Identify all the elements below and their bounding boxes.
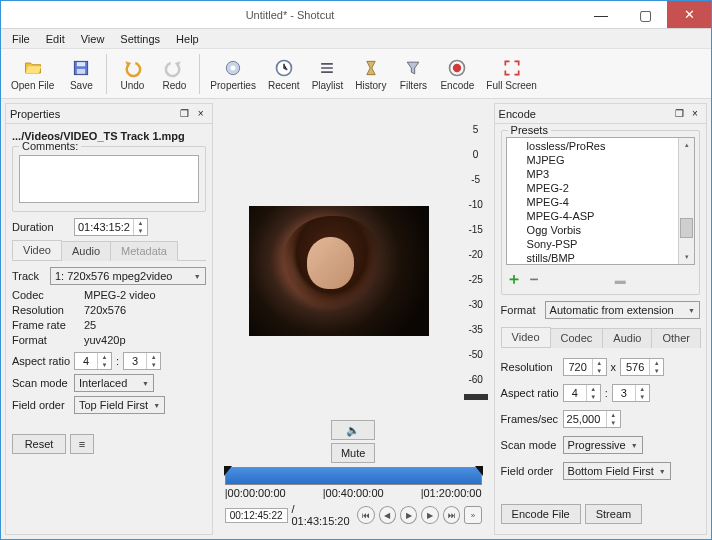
grip-icon: ▬ bbox=[546, 274, 695, 286]
enc-tab-audio[interactable]: Audio bbox=[602, 328, 652, 348]
fullscreen-icon bbox=[501, 57, 523, 79]
list-icon bbox=[316, 57, 338, 79]
menu-help[interactable]: Help bbox=[169, 31, 206, 47]
enc-tab-video[interactable]: Video bbox=[501, 327, 551, 347]
skip-end-button[interactable]: ⏭ bbox=[443, 506, 460, 524]
undock-icon[interactable]: ❐ bbox=[178, 107, 192, 121]
properties-panel: Properties ❐ × .../Videos/VIDEO_TS Track… bbox=[5, 103, 213, 535]
tab-metadata[interactable]: Metadata bbox=[110, 241, 178, 261]
duration-label: Duration bbox=[12, 221, 70, 233]
skip-start-button[interactable]: ⏮ bbox=[357, 506, 374, 524]
comments-label: Comments: bbox=[19, 140, 81, 152]
comments-input[interactable] bbox=[19, 155, 199, 203]
save-button[interactable]: Save bbox=[62, 55, 100, 93]
menu-settings[interactable]: Settings bbox=[113, 31, 167, 47]
gear-icon bbox=[222, 57, 244, 79]
mute-button[interactable]: Mute bbox=[331, 443, 375, 463]
enc-tab-codec[interactable]: Codec bbox=[550, 328, 604, 348]
recent-button[interactable]: Recent bbox=[264, 55, 304, 93]
resolution-value: 720x576 bbox=[84, 304, 126, 316]
preset-item[interactable]: lossless/ProRes bbox=[507, 139, 678, 153]
fps-spinner[interactable]: ▲▼ bbox=[563, 410, 621, 428]
timecode-input[interactable]: 00:12:45:22 bbox=[225, 508, 288, 523]
preset-item[interactable]: MPEG-2 bbox=[507, 181, 678, 195]
prev-frame-button[interactable]: ◀ bbox=[379, 506, 396, 524]
redo-button[interactable]: Redo bbox=[155, 55, 193, 93]
encode-file-button[interactable]: Encode File bbox=[501, 504, 581, 524]
enc-aspect-a[interactable]: ▲▼ bbox=[563, 384, 601, 402]
undo-button[interactable]: Undo bbox=[113, 55, 151, 93]
tab-video[interactable]: Video bbox=[12, 240, 62, 260]
clock-icon bbox=[273, 57, 295, 79]
enc-scan-select[interactable]: Progressive bbox=[563, 436, 643, 454]
format-value: yuv420p bbox=[84, 334, 126, 346]
track-select[interactable]: 1: 720x576 mpeg2video bbox=[50, 267, 206, 285]
meter-icon bbox=[464, 394, 488, 400]
fullscreen-button[interactable]: Full Screen bbox=[482, 55, 541, 93]
video-preview[interactable] bbox=[249, 206, 429, 336]
reset-button[interactable]: Reset bbox=[12, 434, 66, 454]
svg-point-4 bbox=[231, 65, 236, 70]
close-encode-icon[interactable]: × bbox=[688, 107, 702, 121]
playlist-button[interactable]: Playlist bbox=[308, 55, 348, 93]
menu-edit[interactable]: Edit bbox=[39, 31, 72, 47]
hourglass-icon bbox=[360, 57, 382, 79]
presets-list[interactable]: lossless/ProRes MJPEG MP3 MPEG-2 MPEG-4 … bbox=[506, 137, 695, 265]
preset-item[interactable]: MPEG-4-ASP bbox=[507, 209, 678, 223]
tab-audio[interactable]: Audio bbox=[61, 241, 111, 261]
enc-tab-other[interactable]: Other bbox=[651, 328, 701, 348]
add-preset-button[interactable]: ＋ bbox=[506, 269, 522, 290]
codec-value: MPEG-2 video bbox=[84, 289, 156, 301]
funnel-icon bbox=[402, 57, 424, 79]
properties-title: Properties bbox=[10, 108, 176, 120]
window-title: Untitled* - Shotcut bbox=[1, 9, 579, 21]
menu-view[interactable]: View bbox=[74, 31, 112, 47]
preset-item[interactable]: MP3 bbox=[507, 167, 678, 181]
encode-button[interactable]: Encode bbox=[436, 55, 478, 93]
duration-spinner[interactable]: ▲▼ bbox=[74, 218, 148, 236]
speaker-icon: 🔈 bbox=[346, 424, 360, 437]
preset-item[interactable]: Sony-PSP bbox=[507, 237, 678, 251]
svg-rect-1 bbox=[77, 62, 85, 66]
svg-point-7 bbox=[453, 63, 461, 71]
aspect-a-spinner[interactable]: ▲▼ bbox=[74, 352, 112, 370]
close-button[interactable]: ✕ bbox=[667, 1, 711, 28]
svg-rect-2 bbox=[77, 68, 85, 73]
format-select[interactable]: Automatic from extension bbox=[545, 301, 700, 319]
filters-button[interactable]: Filters bbox=[394, 55, 432, 93]
preset-item[interactable]: MPEG-4 bbox=[507, 195, 678, 209]
res-h-spinner[interactable]: ▲▼ bbox=[620, 358, 664, 376]
history-button[interactable]: History bbox=[351, 55, 390, 93]
preset-item[interactable]: MJPEG bbox=[507, 153, 678, 167]
stream-button[interactable]: Stream bbox=[585, 504, 642, 524]
enc-aspect-b[interactable]: ▲▼ bbox=[612, 384, 650, 402]
minimize-button[interactable]: — bbox=[579, 1, 623, 28]
play-button[interactable]: ▶ bbox=[400, 506, 417, 524]
menu-button[interactable]: ≡ bbox=[70, 434, 94, 454]
preset-item[interactable]: Ogg Vorbis bbox=[507, 223, 678, 237]
aspect-b-spinner[interactable]: ▲▼ bbox=[123, 352, 161, 370]
menubar: File Edit View Settings Help bbox=[1, 29, 711, 49]
folder-open-icon bbox=[22, 57, 44, 79]
field-order-select[interactable]: Top Field First bbox=[74, 396, 165, 414]
more-button[interactable]: » bbox=[464, 506, 481, 524]
preview-area: 5 0 -5 -10 -15 -20 -25 -30 -35 -50 -60 🔈… bbox=[215, 103, 492, 535]
track-label: Track bbox=[12, 270, 46, 282]
scrollbar[interactable]: ▴▾ bbox=[678, 138, 694, 264]
preset-item[interactable]: stills/BMP bbox=[507, 251, 678, 265]
next-frame-button[interactable]: ▶ bbox=[421, 506, 438, 524]
speaker-button[interactable]: 🔈 bbox=[331, 420, 375, 440]
open-file-button[interactable]: Open File bbox=[7, 55, 58, 93]
remove-preset-button[interactable]: － bbox=[526, 269, 542, 290]
menu-file[interactable]: File bbox=[5, 31, 37, 47]
scan-mode-select[interactable]: Interlaced bbox=[74, 374, 154, 392]
close-panel-icon[interactable]: × bbox=[194, 107, 208, 121]
res-w-spinner[interactable]: ▲▼ bbox=[563, 358, 607, 376]
save-icon bbox=[70, 57, 92, 79]
timeline[interactable] bbox=[225, 467, 482, 485]
volume-slider[interactable]: 5 0 -5 -10 -15 -20 -25 -30 -35 -50 -60 bbox=[462, 107, 490, 418]
toolbar: Open File Save Undo Redo Properties Rece… bbox=[1, 49, 711, 99]
properties-button[interactable]: Properties bbox=[206, 55, 260, 93]
undock-encode-icon[interactable]: ❐ bbox=[672, 107, 686, 121]
maximize-button[interactable]: ▢ bbox=[623, 1, 667, 28]
